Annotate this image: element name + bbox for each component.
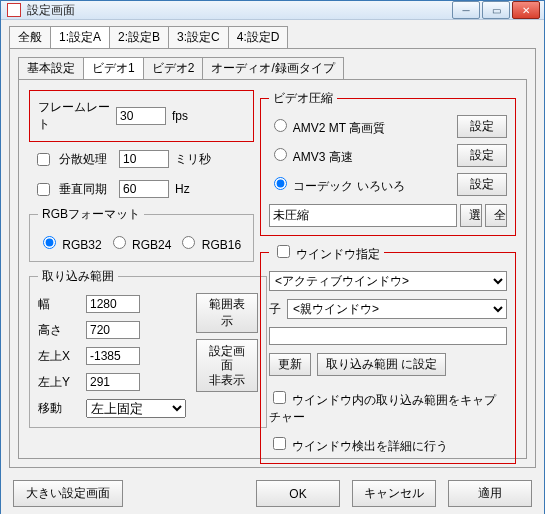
top-tab-panel: 基本設定 ビデオ1 ビデオ2 オーディオ/録画タイプ フレームレート fps <box>9 48 536 468</box>
tab-general[interactable]: 全般 <box>9 26 51 48</box>
refresh-button[interactable]: 更新 <box>269 353 311 376</box>
settings-window: 設定画面 ─ ▭ ✕ 全般 1:設定A 2:設定B 3:設定C 4:設定D 基本… <box>0 0 545 514</box>
tab-basic[interactable]: 基本設定 <box>18 57 84 79</box>
tab-preset-a[interactable]: 1:設定A <box>50 26 110 48</box>
fps-unit: fps <box>172 109 188 123</box>
height-input[interactable] <box>86 321 140 339</box>
window-spec-legend[interactable]: ウインドウ指定 <box>269 242 384 263</box>
left-label: 左上X <box>38 348 80 365</box>
height-label: 高さ <box>38 322 80 339</box>
tab-preset-c[interactable]: 3:設定C <box>168 26 229 48</box>
top-label: 左上Y <box>38 374 80 391</box>
fps-input[interactable] <box>116 107 166 125</box>
vsync-input[interactable] <box>119 180 169 198</box>
move-label: 移動 <box>38 400 80 417</box>
hide-config-button[interactable]: 設定画面 非表示 <box>196 339 258 392</box>
rgb-format-group: RGBフォーマット RGB32 RGB24 RGB16 <box>29 206 254 262</box>
window-path-input[interactable] <box>269 327 507 345</box>
show-range-button[interactable]: 範囲表示 <box>196 293 258 333</box>
tab-video2[interactable]: ビデオ2 <box>143 57 204 79</box>
app-icon <box>7 3 21 17</box>
left-input[interactable] <box>86 347 140 365</box>
capture-in-window-checkbox[interactable]: ウインドウ内の取り込み範囲をキャプチャー <box>269 388 507 426</box>
move-select[interactable]: 左上固定 <box>86 399 186 418</box>
tab-video1[interactable]: ビデオ1 <box>83 57 144 79</box>
codec-amv2-option[interactable]: AMV2 MT 高画質 <box>269 116 385 137</box>
client-area: 全般 1:設定A 2:設定B 3:設定C 4:設定D 基本設定 ビデオ1 ビデオ… <box>1 20 544 514</box>
active-window-select[interactable]: <アクティブウインドウ> <box>269 271 507 291</box>
titlebar[interactable]: 設定画面 ─ ▭ ✕ <box>1 1 544 20</box>
codec-amv3-settings-button[interactable]: 設定 <box>457 144 507 167</box>
distrib-input[interactable] <box>119 150 169 168</box>
sub-tab-panel: フレームレート fps 分散処理 ミリ秒 <box>18 79 527 459</box>
big-settings-button[interactable]: 大きい設定画面 <box>13 480 123 507</box>
vsync-label: 垂直同期 <box>59 181 113 198</box>
sub-tabs: 基本設定 ビデオ1 ビデオ2 オーディオ/録画タイプ <box>18 57 527 79</box>
set-capture-range-button[interactable]: 取り込み範囲 に設定 <box>317 353 446 376</box>
child-window-select[interactable]: <親ウインドウ> <box>287 299 507 319</box>
cancel-button[interactable]: キャンセル <box>352 480 436 507</box>
tab-preset-d[interactable]: 4:設定D <box>228 26 289 48</box>
apply-button[interactable]: 適用 <box>448 480 532 507</box>
top-tabs: 全般 1:設定A 2:設定B 3:設定C 4:設定D <box>1 20 544 48</box>
distrib-unit: ミリ秒 <box>175 151 211 168</box>
codec-all-button[interactable]: 全 <box>485 204 507 227</box>
width-label: 幅 <box>38 296 80 313</box>
rgb24-option[interactable]: RGB24 <box>108 233 172 252</box>
codec-amv2-settings-button[interactable]: 設定 <box>457 115 507 138</box>
window-title: 設定画面 <box>27 2 452 19</box>
distrib-checkbox[interactable] <box>37 153 50 166</box>
distrib-label: 分散処理 <box>59 151 113 168</box>
codec-other-option[interactable]: コーデック いろいろ <box>269 174 405 195</box>
minimize-button[interactable]: ─ <box>452 1 480 19</box>
capture-range-legend: 取り込み範囲 <box>38 268 118 285</box>
child-label: 子 <box>269 301 281 318</box>
window-spec-group: ウインドウ指定 <アクティブウインドウ> 子 <親ウインドウ> 更新 <box>260 242 516 464</box>
detailed-detect-checkbox[interactable]: ウインドウ検出を詳細に行う <box>269 434 507 455</box>
codec-choose-button[interactable]: 選 <box>460 204 482 227</box>
tab-audio-rec[interactable]: オーディオ/録画タイプ <box>202 57 343 79</box>
codec-other-settings-button[interactable]: 設定 <box>457 173 507 196</box>
vsync-checkbox[interactable] <box>37 183 50 196</box>
bottom-button-bar: 大きい設定画面 OK キャンセル 適用 <box>1 472 544 514</box>
frame-rate-group: フレームレート fps <box>29 90 254 142</box>
codec-amv3-option[interactable]: AMV3 高速 <box>269 145 353 166</box>
width-input[interactable] <box>86 295 140 313</box>
vsync-unit: Hz <box>175 182 190 196</box>
fps-label: フレームレート <box>38 99 110 133</box>
tab-preset-b[interactable]: 2:設定B <box>109 26 169 48</box>
top-input[interactable] <box>86 373 140 391</box>
capture-range-group: 取り込み範囲 幅 高さ 左上X 左上Y 移動 左上固定 <box>29 268 267 428</box>
video-codec-group: ビデオ圧縮 AMV2 MT 高画質 設定 AMV3 高速 設定 コーデック いろ… <box>260 90 516 236</box>
rgb32-option[interactable]: RGB32 <box>38 233 102 252</box>
ok-button[interactable]: OK <box>256 480 340 507</box>
video-codec-legend: ビデオ圧縮 <box>269 90 337 107</box>
window-spec-checkbox[interactable] <box>277 245 290 258</box>
maximize-button[interactable]: ▭ <box>482 1 510 19</box>
rgb16-option[interactable]: RGB16 <box>177 233 241 252</box>
close-button[interactable]: ✕ <box>512 1 540 19</box>
rgb-format-legend: RGBフォーマット <box>38 206 144 223</box>
codec-name-field: 未圧縮 <box>269 204 457 227</box>
